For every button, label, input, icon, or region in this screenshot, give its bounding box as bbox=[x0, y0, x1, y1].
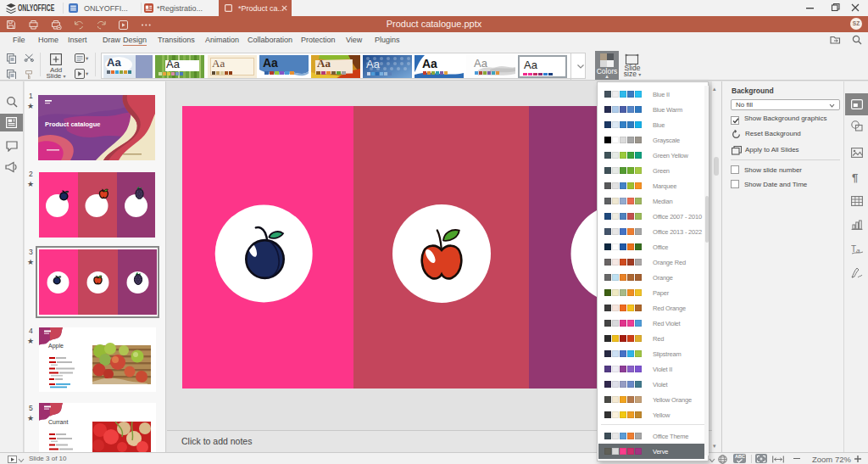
svg-text:Currant: Currant bbox=[48, 419, 68, 425]
svg-text:Product catalogue: Product catalogue bbox=[45, 120, 100, 128]
svg-text:Apple: Apple bbox=[48, 343, 64, 349]
svg-text:a: a bbox=[856, 247, 860, 254]
